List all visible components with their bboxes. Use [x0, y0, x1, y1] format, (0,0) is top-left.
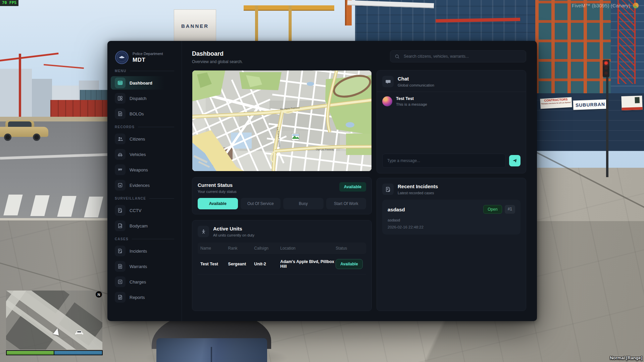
fps-counter: 70 FPS — [0, 0, 18, 6]
player-marker-icon — [53, 327, 60, 335]
traffic-light — [603, 60, 609, 77]
mdt-window: Police Department MDT MENU Dashboard Dis… — [107, 41, 537, 321]
message-text: This is a message — [396, 102, 427, 106]
search-icon — [395, 54, 400, 59]
unit-callsign: Unit-2 — [254, 262, 280, 266]
suburban-sign-text: SUBURBAN — [576, 101, 605, 108]
chat-title: Chat — [398, 76, 434, 82]
sidebar-item-evidences[interactable]: Evidences — [111, 178, 178, 192]
status-title: Current Status — [198, 182, 237, 188]
status-option-busy[interactable]: Busy — [283, 198, 324, 209]
bodycam-icon — [115, 220, 126, 231]
incidents-icon — [382, 184, 394, 195]
sidebar-item-dashboard[interactable]: Dashboard — [111, 76, 178, 90]
active-units-card: Active Units All units currently on duty… — [192, 220, 372, 311]
dispatch-icon — [115, 93, 126, 104]
sidebar-item-cctv[interactable]: CCTV — [111, 204, 178, 217]
health-armor-bars — [6, 350, 103, 355]
police-department-logo — [115, 50, 129, 64]
sidebar-item-label: Citizens — [130, 137, 145, 142]
status-option-out-of-service[interactable]: Out Of Service — [241, 198, 281, 209]
status-option-start-of-work[interactable]: Start Of Work — [326, 198, 366, 209]
map-marker-icon — [292, 134, 299, 140]
sidebar-item-label: Dashboard — [130, 81, 152, 86]
status-subtitle: Your current duty status — [198, 190, 237, 194]
sidebar-section-records: RECORDS — [107, 125, 182, 129]
sidebar-item-charges[interactable]: Charges — [111, 275, 178, 289]
charges-x-icon — [115, 276, 126, 287]
sidebar-item-label: BOLOs — [130, 111, 144, 116]
road-marking — [0, 153, 111, 160]
crane — [19, 54, 21, 119]
sidebar-item-label: Bodycam — [130, 223, 148, 228]
incidents-subtitle: Latest recorded cases — [398, 191, 438, 195]
armor-bar — [54, 351, 102, 355]
traffic-light-green — [604, 71, 608, 75]
status-option-available[interactable]: Available — [198, 198, 238, 209]
sidebar-item-label: Charges — [130, 279, 146, 285]
steel-girder — [255, 5, 258, 42]
sidebar-item-label: Warrants — [130, 264, 147, 269]
sidebar-item-label: Vehicles — [130, 152, 146, 157]
sidebar-item-warrants[interactable]: Warrants — [111, 260, 178, 273]
chat-message: Test Test This is a message — [382, 96, 521, 106]
incident-list-item[interactable]: asdasd Open #1 asdasd 2026-02-16 22:48:2… — [382, 200, 521, 235]
incident-title: asdasd — [388, 207, 405, 212]
sidebar-item-vehicles[interactable]: Vehicles — [111, 148, 178, 161]
table-row: Test Test Sergeant Unit-2 Adam's Apple B… — [198, 254, 366, 274]
sidebar-item-label: Dispatch — [130, 96, 147, 101]
voice-range-indicator: Normal [Range] — [610, 355, 642, 360]
report-document-icon — [115, 292, 126, 303]
map-preview: Del Perro Freeway Olympic Freeway La Pue… — [192, 70, 372, 171]
health-bar — [7, 351, 54, 355]
vehicle-icon — [115, 149, 126, 160]
incident-report-icon — [115, 246, 126, 256]
sidebar-section-cases: CASES — [107, 237, 182, 241]
fivem-watermark: FiveM™ (b3095) (Canary) — [572, 3, 639, 8]
incidents-title: Recent Incidents — [398, 184, 438, 189]
crosswalk-stripe — [57, 196, 76, 217]
shipping-containers — [80, 90, 107, 101]
citizens-icon — [115, 134, 126, 144]
sidebar-item-dispatch[interactable]: Dispatch — [111, 92, 178, 105]
traffic-light-red — [604, 61, 608, 65]
sidebar-item-bolos[interactable]: BOLOs — [111, 107, 178, 120]
active-units-title: Active Units — [213, 226, 254, 231]
billboard — [621, 96, 642, 110]
banner-building: BANNER — [174, 9, 216, 42]
car-wheel — [4, 134, 11, 141]
unit-name: Test Test — [200, 262, 228, 266]
message-author: Test Test — [396, 96, 427, 101]
avatar — [382, 96, 392, 106]
incident-number-badge: #1 — [505, 205, 515, 214]
sidebar-item-label: Weapons — [130, 167, 148, 172]
minimap: N — [6, 291, 102, 350]
page-subtitle: Overview and global search. — [192, 59, 243, 64]
sidebar-item-bodycam[interactable]: Bodycam — [111, 219, 178, 232]
unit-location: Adam's Apple Blvd, Pillbox Hill — [280, 259, 336, 269]
steel-girder — [289, 5, 292, 42]
sidebar-section-menu: MENU — [107, 69, 182, 73]
crosswalk-stripe — [84, 197, 103, 217]
sidebar-item-citizens[interactable]: Citizens — [111, 132, 178, 146]
fivem-label: FiveM™ (b3095) (Canary) — [572, 3, 630, 8]
chat-bubble-icon — [382, 76, 394, 87]
chat-message-input[interactable] — [382, 154, 506, 168]
current-status-card: Current Status Your current duty status … — [192, 177, 372, 214]
sidebar-item-incidents[interactable]: Incidents — [111, 244, 178, 258]
cctv-icon — [115, 205, 126, 216]
column-location: Location — [280, 246, 336, 251]
player-jeans — [156, 338, 267, 362]
sidebar: Police Department MDT MENU Dashboard Dis… — [107, 41, 182, 321]
sidebar-item-weapons[interactable]: Weapons — [111, 163, 178, 176]
send-message-button[interactable] — [509, 155, 521, 166]
column-status: Status — [336, 246, 363, 251]
distant-building — [32, 79, 52, 122]
sidebar-item-reports[interactable]: Reports — [111, 291, 178, 304]
search-input[interactable] — [403, 54, 522, 59]
main-header: Dashboard Overview and global search. — [192, 50, 526, 64]
suburban-sign: SUBURBAN — [573, 99, 608, 110]
curb — [0, 218, 112, 220]
evidence-box-icon — [115, 180, 126, 191]
incident-timestamp: 2026-02-16 22:48:22 — [388, 225, 515, 229]
